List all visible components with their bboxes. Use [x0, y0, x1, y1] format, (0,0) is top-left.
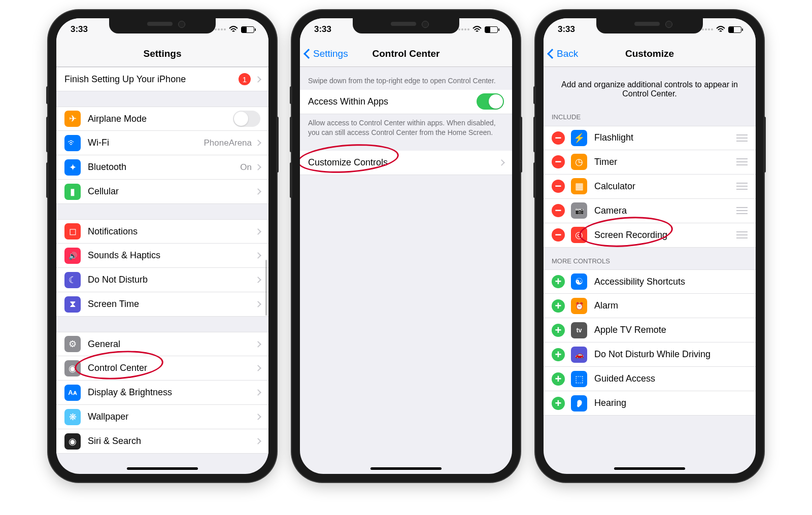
- reorder-handle[interactable]: [736, 134, 748, 142]
- cam-icon: [571, 202, 587, 219]
- reorder-handle[interactable]: [736, 183, 748, 190]
- chevron-right-icon: [498, 159, 505, 166]
- row-detail: PhoneArena: [204, 138, 252, 148]
- chevron-right-icon: [255, 301, 261, 307]
- remove-button[interactable]: −: [552, 228, 565, 242]
- settings-row[interactable]: +Apple TV Remote: [544, 318, 756, 342]
- settings-row[interactable]: Display & Brightness: [56, 381, 268, 405]
- add-button[interactable]: +: [552, 372, 565, 386]
- notch: [596, 18, 703, 33]
- back-button[interactable]: Back: [544, 48, 578, 59]
- customize-label: Customize Controls: [308, 157, 499, 168]
- toggle[interactable]: [233, 111, 260, 127]
- add-button[interactable]: +: [552, 275, 565, 288]
- add-button[interactable]: +: [552, 299, 565, 313]
- remove-button[interactable]: −: [552, 155, 565, 168]
- settings-row[interactable]: Screen Time: [56, 292, 268, 317]
- timer-icon: [571, 154, 587, 170]
- signal-icon: [458, 28, 469, 30]
- gear-icon: [64, 336, 81, 352]
- settings-row[interactable]: Notifications: [56, 219, 268, 244]
- settings-row[interactable]: Do Not Disturb: [56, 268, 268, 292]
- row-detail: On: [240, 162, 252, 173]
- intro-text: Add and organize additional controls to …: [544, 67, 756, 104]
- row-label: Do Not Disturb While Driving: [594, 349, 748, 360]
- chevron-right-icon: [255, 188, 261, 195]
- phone-control-center: 3:33 Settings Control Center Swipe down …: [292, 10, 520, 482]
- add-button[interactable]: +: [552, 348, 565, 361]
- reorder-handle[interactable]: [736, 207, 748, 214]
- settings-row[interactable]: BluetoothOn: [56, 155, 268, 180]
- settings-row[interactable]: +Alarm: [544, 294, 756, 318]
- setup-label: Finish Setting Up Your iPhone: [64, 74, 239, 85]
- chevron-right-icon: [255, 365, 261, 371]
- settings-row[interactable]: Siri & Search: [56, 429, 268, 454]
- remove-button[interactable]: −: [552, 204, 565, 217]
- add-button[interactable]: +: [552, 324, 565, 337]
- add-button[interactable]: +: [552, 397, 565, 410]
- settings-row[interactable]: −Camera: [544, 199, 756, 223]
- access-label: Access Within Apps: [308, 96, 477, 107]
- calc-icon: [571, 178, 587, 194]
- phone-customize: 3:33 Back Customize Add and organize add…: [535, 10, 764, 482]
- wifi-icon: [229, 26, 238, 33]
- settings-row[interactable]: −Screen Recording: [544, 223, 756, 248]
- sound-icon: [64, 248, 81, 264]
- wifi-icon: [472, 26, 482, 33]
- settings-row[interactable]: −Calculator: [544, 175, 756, 199]
- home-indicator[interactable]: [127, 467, 198, 470]
- row-label: Wi-Fi: [88, 138, 204, 148]
- row-label: Camera: [594, 205, 732, 216]
- settings-row[interactable]: +Accessibility Shortcuts: [544, 269, 756, 294]
- battery-icon: [241, 26, 254, 33]
- cell-icon: [64, 184, 81, 200]
- settings-row[interactable]: −Timer: [544, 150, 756, 175]
- home-indicator[interactable]: [614, 467, 685, 470]
- settings-row[interactable]: Wallpaper: [56, 405, 268, 429]
- settings-row[interactable]: Sounds & Haptics: [56, 244, 268, 268]
- reorder-handle[interactable]: [736, 231, 748, 238]
- chevron-right-icon: [255, 438, 261, 444]
- row-label: Bluetooth: [88, 162, 240, 173]
- scroll-indicator[interactable]: [265, 260, 267, 316]
- settings-row[interactable]: −Flashlight: [544, 126, 756, 150]
- chevron-right-icon: [255, 277, 261, 283]
- settings-row[interactable]: +Hearing: [544, 391, 756, 416]
- chevron-right-icon: [255, 76, 261, 83]
- hint-text: Swipe down from the top-right edge to op…: [300, 67, 512, 90]
- settings-row[interactable]: Cellular: [56, 180, 268, 204]
- bt-icon: [64, 159, 81, 176]
- settings-row[interactable]: Control Center: [56, 356, 268, 381]
- back-button[interactable]: Settings: [300, 48, 348, 59]
- row-label: Control Center: [88, 363, 256, 373]
- remove-button[interactable]: −: [552, 180, 565, 193]
- row-label: Wallpaper: [88, 411, 256, 422]
- settings-row[interactable]: Wi-FiPhoneArena: [56, 131, 268, 155]
- chevron-right-icon: [255, 414, 261, 420]
- cc-icon: [64, 360, 81, 376]
- remove-button[interactable]: −: [552, 131, 565, 145]
- hint-text: Allow access to Control Center within ap…: [300, 114, 512, 142]
- wall-icon: [64, 409, 81, 425]
- setup-row[interactable]: Finish Setting Up Your iPhone 1: [56, 67, 268, 91]
- alarm-icon: [571, 298, 587, 314]
- chevron-right-icon: [255, 389, 261, 396]
- back-label: Settings: [313, 48, 348, 59]
- reorder-handle[interactable]: [736, 158, 748, 165]
- settings-row[interactable]: +Do Not Disturb While Driving: [544, 342, 756, 367]
- settings-row[interactable]: +Guided Access: [544, 367, 756, 391]
- row-label: Timer: [594, 157, 732, 167]
- status-time: 3:33: [558, 24, 575, 35]
- settings-row[interactable]: Airplane Mode: [56, 107, 268, 131]
- row-label: Display & Brightness: [88, 387, 256, 398]
- settings-row[interactable]: General: [56, 332, 268, 356]
- row-label: Apple TV Remote: [594, 325, 748, 335]
- wifi-icon: [64, 135, 81, 151]
- access-within-apps-row[interactable]: Access Within Apps: [300, 90, 512, 114]
- access-toggle[interactable]: [477, 93, 504, 110]
- customize-controls-row[interactable]: Customize Controls: [300, 151, 512, 175]
- phone-settings: 3:33 Settings Finish Setting Up Your iPh…: [48, 10, 277, 482]
- home-indicator[interactable]: [370, 467, 442, 470]
- chevron-right-icon: [255, 252, 261, 259]
- plane-icon: [64, 111, 81, 127]
